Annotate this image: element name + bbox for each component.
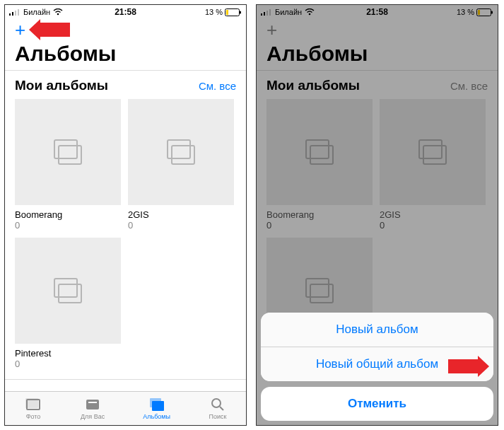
stack-icon [416, 139, 449, 165]
carrier-label: Билайн [23, 8, 50, 16]
svg-rect-25 [269, 9, 271, 16]
album-count: 0 [380, 220, 486, 231]
photos-icon [24, 397, 42, 412]
svg-rect-32 [419, 140, 442, 158]
status-bar: Билайн 21:58 13 % [5, 5, 246, 19]
album-thumbnail [128, 99, 234, 205]
stack-icon [165, 139, 197, 165]
svg-rect-1 [12, 12, 13, 16]
svg-rect-7 [240, 11, 241, 13]
tab-photos[interactable]: Фото [24, 397, 42, 420]
section-title: Мои альбомы [266, 78, 360, 93]
see-all-link[interactable]: См. все [450, 80, 488, 92]
tab-label: Поиск [209, 413, 227, 420]
album-count: 0 [15, 359, 121, 369]
arrow-annotation [39, 23, 70, 37]
album-grid: Boomerang 0 2GIS 0 Pinterest 0 [5, 99, 246, 369]
tab-label: Альбомы [143, 413, 170, 420]
page-title: Альбомы [257, 40, 498, 70]
phone-right: Билайн 21:58 13 % + Альбомы Мои альбомы … [256, 4, 498, 426]
arrow-annotation [448, 359, 479, 373]
clock-label: 21:58 [115, 7, 136, 17]
svg-rect-28 [478, 10, 480, 15]
svg-point-20 [212, 399, 221, 407]
album-thumbnail [15, 99, 121, 205]
album-item[interactable]: Boomerang 0 [266, 99, 373, 231]
album-item[interactable]: 2GIS 0 [128, 99, 234, 231]
svg-rect-2 [15, 11, 16, 16]
wifi-icon [53, 8, 63, 16]
tab-label: Для Вас [81, 413, 105, 420]
svg-rect-10 [168, 140, 190, 158]
svg-rect-30 [306, 140, 329, 158]
album-item[interactable]: Pinterest 0 [15, 238, 121, 369]
svg-rect-15 [25, 398, 38, 408]
signal-icon [261, 8, 272, 16]
album-name: Boomerang [266, 209, 373, 220]
see-all-link[interactable]: См. все [199, 80, 236, 92]
svg-rect-17 [88, 402, 97, 403]
svg-rect-6 [226, 10, 228, 15]
album-count: 0 [128, 220, 234, 231]
svg-rect-12 [54, 279, 77, 297]
wifi-icon [305, 8, 315, 16]
page-title: Альбомы [5, 40, 246, 70]
svg-rect-11 [172, 146, 194, 164]
album-item[interactable]: Boomerang 0 [15, 99, 121, 231]
clock-label: 21:58 [366, 7, 388, 17]
svg-rect-3 [18, 9, 19, 16]
battery-pct-label: 13 % [205, 8, 223, 16]
svg-rect-35 [310, 284, 333, 303]
svg-rect-0 [9, 13, 11, 16]
album-thumbnail [15, 238, 121, 344]
albums-icon [148, 397, 166, 412]
battery-pct-label: 13 % [457, 8, 474, 16]
svg-rect-16 [86, 400, 99, 409]
svg-rect-23 [264, 12, 265, 16]
stack-icon [52, 277, 84, 304]
svg-point-4 [57, 13, 59, 16]
album-count: 0 [266, 220, 373, 231]
search-icon [209, 397, 227, 412]
svg-rect-33 [423, 146, 446, 164]
svg-rect-34 [306, 279, 329, 297]
tab-for-you[interactable]: Для Вас [81, 397, 105, 420]
svg-point-26 [309, 13, 311, 16]
album-count: 0 [15, 220, 121, 231]
svg-rect-31 [310, 146, 333, 164]
svg-rect-29 [491, 11, 493, 13]
section-my-albums-header: Мои альбомы См. все [5, 71, 246, 99]
stack-icon [52, 139, 84, 165]
tab-bar: Фото Для Вас Альбомы Поиск [5, 391, 246, 425]
svg-rect-24 [266, 11, 268, 16]
phone-left: Билайн 21:58 13 % + Альбомы Мои альбомы … [4, 4, 247, 426]
svg-rect-19 [152, 401, 164, 411]
for-you-icon [83, 397, 102, 412]
section-my-albums-header: Мои альбомы См. все [257, 71, 498, 99]
album-thumbnail [266, 99, 373, 205]
svg-line-21 [220, 407, 223, 410]
album-name: Pinterest [15, 348, 121, 359]
cancel-button[interactable]: Отменить [261, 387, 493, 421]
stack-icon [303, 277, 336, 304]
add-button[interactable]: + [266, 21, 277, 39]
tab-label: Фото [26, 413, 41, 420]
svg-rect-8 [54, 140, 77, 158]
tab-albums[interactable]: Альбомы [143, 397, 170, 420]
album-name: 2GIS [380, 209, 486, 220]
album-name: 2GIS [128, 209, 234, 220]
battery-icon [476, 8, 493, 16]
album-item[interactable]: 2GIS 0 [380, 99, 486, 231]
section-title: Мои альбомы [15, 78, 108, 93]
add-button[interactable]: + [15, 21, 25, 39]
tab-search[interactable]: Поиск [209, 397, 227, 420]
album-grid: Boomerang 0 2GIS 0 [257, 99, 498, 344]
carrier-label: Билайн [275, 8, 302, 16]
album-name: Boomerang [15, 209, 121, 220]
svg-rect-13 [59, 284, 81, 303]
battery-icon [225, 8, 242, 16]
album-thumbnail [380, 99, 486, 205]
svg-rect-9 [59, 146, 81, 164]
svg-rect-22 [261, 13, 262, 16]
new-album-button[interactable]: Новый альбом [261, 313, 493, 347]
